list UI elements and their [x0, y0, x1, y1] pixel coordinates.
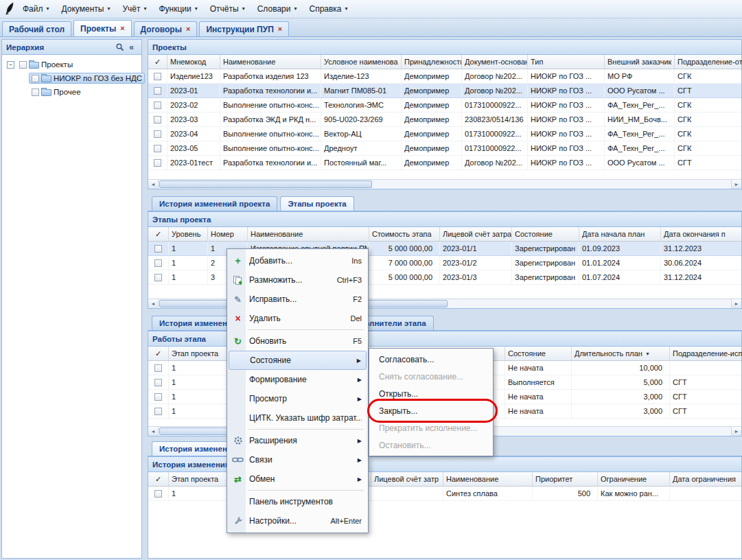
scroll-thumb[interactable] [159, 180, 372, 188]
close-icon[interactable]: × [120, 25, 124, 32]
tree-node[interactable]: −Проекты [3, 58, 140, 71]
scroll-right-button[interactable]: ► [731, 427, 741, 436]
tree-checkbox[interactable] [19, 61, 27, 69]
menu-item[interactable]: ✎Исправить...F2 [229, 290, 367, 309]
collapse-panel-icon[interactable]: « [126, 42, 137, 53]
menu-item[interactable]: ↻ОбновитьF5 [229, 331, 367, 351]
row-checkbox[interactable] [154, 145, 161, 152]
tree-checkbox[interactable] [32, 75, 39, 82]
row-checkbox[interactable] [154, 490, 162, 498]
row-checkbox[interactable] [154, 259, 162, 267]
column-header[interactable]: Условное наименова [321, 55, 402, 69]
menu-item[interactable]: ЦИТК. Указать шифр затрат... [229, 408, 367, 428]
submenu-item[interactable]: Закрыть... [371, 402, 491, 419]
section-tab[interactable]: Этапы проекта [280, 196, 353, 211]
menu-item[interactable]: Размножить...Ctrl+F3 [229, 270, 367, 290]
table-row[interactable]: 2023-01Разработка технологии и...Магнит … [148, 84, 741, 98]
tree-node[interactable]: Прочее [3, 85, 140, 99]
column-header[interactable]: Наименование [443, 472, 533, 486]
column-header[interactable]: Номер [208, 227, 248, 241]
row-checkbox[interactable] [154, 274, 162, 281]
select-all-column-header[interactable]: ✓ [148, 347, 169, 360]
tree-collapse-icon[interactable]: − [7, 61, 14, 69]
submenu-item[interactable]: Открыть... [371, 385, 491, 402]
close-icon[interactable]: × [186, 25, 190, 33]
menu-item[interactable]: Панель инструментов [229, 492, 367, 511]
row-checkbox[interactable] [154, 364, 162, 372]
menu-item[interactable]: Связи▶ [229, 450, 367, 469]
column-header[interactable]: Подразделение-исполн [670, 347, 742, 360]
menu-item[interactable]: Состояние▶ [229, 351, 367, 370]
row-checkbox[interactable] [154, 102, 161, 109]
close-icon[interactable]: × [278, 25, 282, 33]
menu-item[interactable]: ⇄Обмен▶ [229, 469, 367, 489]
column-header[interactable]: Стоимость этапа [369, 227, 440, 241]
column-header[interactable]: Состояние [505, 347, 572, 360]
row-checkbox[interactable] [154, 408, 162, 415]
table-row[interactable]: 2023-05Выполнение опытно-конс...Дредноут… [148, 141, 741, 156]
menu-item[interactable]: ×УдалитьDel [229, 309, 367, 328]
row-checkbox[interactable] [154, 245, 162, 253]
column-header[interactable]: Подразделение-от [675, 55, 742, 69]
row-checkbox[interactable] [154, 379, 162, 386]
select-all-column-header[interactable]: ✓ [148, 472, 169, 486]
scroll-right-button[interactable]: ► [731, 299, 741, 308]
column-header[interactable]: Дата начала план [579, 227, 661, 241]
column-header[interactable]: Лицевой счёт затр [371, 472, 443, 486]
column-header[interactable]: Уровень [169, 227, 208, 241]
menu-item[interactable]: Просмотр▶ [229, 389, 367, 408]
tree-node[interactable]: НИОКР по ГОЗ без НДС [3, 71, 140, 85]
menubar-item[interactable]: Документы▾ [56, 1, 117, 16]
row-checkbox[interactable] [154, 73, 161, 80]
horizontal-scrollbar[interactable]: ◄ ► [148, 179, 741, 189]
column-header[interactable]: Длительность план▼ [572, 347, 670, 360]
tree-node-label[interactable]: НИОКР по ГОЗ без НДС [54, 74, 142, 82]
column-header[interactable]: Принадлежность [402, 55, 462, 69]
column-header[interactable]: Приоритет [533, 472, 598, 486]
column-header[interactable]: Мнемокод [167, 55, 220, 69]
menu-item[interactable]: Расширения▶ [229, 431, 367, 450]
row-checkbox[interactable] [154, 130, 161, 138]
select-all-column-header[interactable]: ✓ [148, 55, 167, 69]
section-tab[interactable]: История изменений проекта [152, 196, 277, 211]
row-checkbox[interactable] [154, 159, 161, 167]
row-checkbox[interactable] [154, 116, 161, 124]
column-header[interactable]: Внешний заказчик [605, 55, 675, 69]
scroll-left-button[interactable]: ◄ [148, 180, 159, 189]
scroll-track[interactable] [159, 180, 731, 189]
row-checkbox[interactable] [154, 393, 162, 401]
table-row[interactable]: Изделие123Разработка изделия 123Изделие-… [148, 69, 741, 84]
table-row[interactable]: 2023-04Выполнение опытно-конс...Вектор-А… [148, 127, 741, 141]
menubar-item[interactable]: Файл▾ [16, 1, 56, 16]
column-header[interactable]: Документ-основан [462, 55, 528, 69]
menu-item[interactable]: Настройки...Alt+Enter [229, 511, 367, 530]
column-header[interactable]: Наименование [220, 55, 321, 69]
tree-node-label[interactable]: Проекты [41, 60, 73, 69]
tree-checkbox[interactable] [32, 89, 39, 96]
menubar-item[interactable]: Словари▾ [251, 1, 303, 16]
menubar-item[interactable]: Функции▾ [152, 1, 203, 16]
tree-node-label[interactable]: Прочее [54, 88, 81, 96]
menu-item[interactable]: Формирование▶ [229, 370, 367, 389]
submenu-item[interactable]: Согласовать... [371, 351, 491, 368]
table-row[interactable]: 2023-02Выполнение опытно-конс...Технолог… [148, 98, 741, 113]
column-header[interactable]: Дата ограничения [670, 472, 742, 486]
column-header[interactable]: Дата окончания п [661, 227, 742, 241]
main-tab[interactable]: Договоры× [134, 21, 198, 36]
menubar-item[interactable]: Учёт▾ [116, 1, 152, 16]
row-checkbox[interactable] [154, 87, 161, 95]
main-tab[interactable]: Рабочий стол [2, 21, 71, 36]
menubar-item[interactable]: Справка▾ [303, 1, 353, 16]
select-all-column-header[interactable]: ✓ [148, 227, 169, 241]
table-row[interactable]: 2023-01тестРазработка технологии и...Пос… [148, 156, 741, 170]
scroll-left-button[interactable]: ◄ [148, 427, 159, 436]
main-tab[interactable]: Инструкции ПУП× [199, 21, 289, 36]
column-header[interactable]: Тип [528, 55, 605, 69]
column-header[interactable]: Ограничение [598, 472, 670, 486]
table-row[interactable]: 2023-03Разработка ЭКД и РКД н...905-U020… [148, 113, 741, 127]
scroll-left-button[interactable]: ◄ [148, 299, 159, 308]
main-tab[interactable]: Проекты× [73, 20, 132, 36]
column-header[interactable]: Лицевой счёт затрат [440, 227, 512, 241]
menu-item[interactable]: +Добавить...Ins [229, 251, 367, 270]
column-header[interactable]: Наименование [248, 227, 369, 241]
